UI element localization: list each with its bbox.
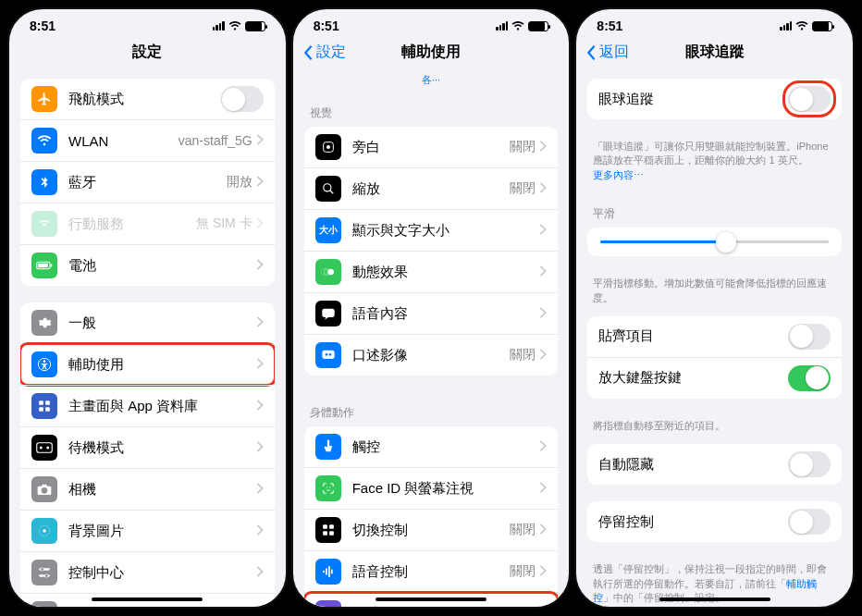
- back-label: 返回: [599, 43, 629, 62]
- row-label: 旁白: [352, 139, 511, 156]
- row-switch-control[interactable]: 切換控制 關閉: [304, 509, 559, 550]
- row-value: 關閉: [510, 563, 536, 580]
- row-wallpaper[interactable]: 背景圖片: [20, 510, 275, 551]
- chevron-icon: [539, 522, 547, 538]
- row-dwell[interactable]: 停留控制: [587, 501, 842, 542]
- chevron-icon: [539, 347, 547, 363]
- row-bluetooth[interactable]: 藍牙 開放: [20, 161, 275, 203]
- snap-toggle[interactable]: [788, 324, 831, 350]
- standby-icon: [31, 435, 57, 461]
- keyboard-zoom-toggle[interactable]: [788, 365, 831, 391]
- row-airplane[interactable]: 飛航模式: [20, 79, 275, 119]
- row-audiodesc[interactable]: 口述影像 關閉: [304, 334, 559, 376]
- chevron-icon: [256, 398, 264, 414]
- row-faceid[interactable]: Face ID 與螢幕注視: [304, 467, 559, 509]
- chevron-icon: [539, 563, 547, 580]
- wallpaper-icon: [31, 518, 57, 544]
- svg-point-10: [40, 447, 43, 450]
- row-value: 關閉: [510, 522, 536, 538]
- chevron-icon: [256, 606, 264, 607]
- row-label: 背景圖片: [68, 523, 256, 540]
- home-indicator[interactable]: [376, 598, 486, 601]
- row-zoom[interactable]: 縮放 關閉: [304, 167, 559, 209]
- eye-tracking-toggle[interactable]: [788, 86, 831, 112]
- nav-bar: 返回 眼球追蹤: [576, 37, 853, 71]
- svg-point-32: [326, 487, 326, 487]
- smooth-slider[interactable]: [587, 228, 842, 256]
- row-control-center[interactable]: 控制中心: [20, 551, 275, 593]
- row-voiceover[interactable]: 旁白 關閉: [304, 127, 559, 167]
- overflow-label[interactable]: 各···: [293, 71, 570, 92]
- settings-content[interactable]: 飛航模式 WLAN van-staff_5G 藍牙 開放 行動服務 無 SIM …: [9, 71, 286, 607]
- airplane-toggle[interactable]: [221, 86, 264, 112]
- row-textsize[interactable]: 大小 顯示與文字大小: [304, 209, 559, 251]
- signal-icon: [496, 21, 508, 31]
- chevron-icon: [256, 174, 264, 191]
- row-value: 關閉: [510, 605, 536, 607]
- row-snap[interactable]: 貼齊項目: [587, 316, 842, 357]
- status-time: 8:51: [597, 18, 622, 33]
- row-battery[interactable]: 電池: [20, 244, 275, 286]
- autohide-toggle[interactable]: [788, 451, 831, 477]
- nav-bar: 設定 輔助使用: [293, 37, 570, 71]
- row-value: 開放: [227, 174, 252, 191]
- wifi-box-icon: [31, 128, 57, 154]
- row-autohide[interactable]: 自動隱藏: [587, 444, 842, 485]
- row-eye-tracking-toggle[interactable]: 眼球追蹤: [587, 79, 842, 119]
- row-speech[interactable]: 語音內容: [304, 292, 559, 334]
- row-general[interactable]: 一般: [20, 302, 275, 343]
- zoom-icon: [315, 176, 341, 202]
- chevron-icon: [256, 356, 264, 373]
- svg-rect-41: [331, 570, 333, 574]
- row-cellular[interactable]: 行動服務 無 SIM 卡: [20, 203, 275, 244]
- settings-group-network: 飛航模式 WLAN van-staff_5G 藍牙 開放 行動服務 無 SIM …: [20, 79, 275, 286]
- home-indicator[interactable]: [659, 598, 770, 601]
- row-wlan[interactable]: WLAN van-staff_5G: [20, 119, 275, 161]
- row-label: 自動隱藏: [598, 456, 788, 474]
- row-camera[interactable]: 相機: [20, 468, 275, 510]
- row-motion[interactable]: 動態效果: [304, 251, 559, 292]
- battery-icon: [812, 21, 832, 31]
- more-link[interactable]: 更多內容⋯: [593, 169, 644, 180]
- row-label: Face ID 與螢幕注視: [352, 480, 540, 498]
- chevron-icon: [539, 222, 547, 239]
- audiodesc-icon: [315, 342, 341, 368]
- row-standby[interactable]: 待機模式: [20, 426, 275, 468]
- row-touch[interactable]: 觸控: [304, 426, 559, 467]
- bluetooth-icon: [31, 169, 57, 195]
- row-label: 主畫面與 App 資料庫: [68, 398, 256, 415]
- svg-rect-2: [38, 264, 48, 268]
- voice-icon: [315, 559, 341, 585]
- footer-text: 「眼球追蹤」可讓你只用雙眼就能控制裝置。iPhone 應該放在平穩表面上，距離你…: [576, 136, 853, 193]
- svg-rect-37: [329, 531, 334, 536]
- home-icon: [31, 393, 57, 419]
- dwell-toggle[interactable]: [788, 509, 831, 535]
- accessibility-content[interactable]: 各··· 視覺 旁白 關閉 縮放 關閉 大小 顯示與文字大小 動: [293, 71, 570, 607]
- svg-rect-5: [39, 400, 43, 405]
- back-button[interactable]: 設定: [302, 43, 346, 62]
- svg-point-4: [43, 360, 46, 363]
- row-keyboard-zoom[interactable]: 放大鍵盤按鍵: [587, 357, 842, 399]
- row-label: 輔助使用: [68, 356, 256, 374]
- eye-tracking-content[interactable]: 眼球追蹤 「眼球追蹤」可讓你只用雙眼就能控制裝置。iPhone 應該放在平穩表面…: [576, 71, 853, 607]
- chevron-icon: [256, 564, 264, 581]
- accessibility-screen: 8:51 設定 輔助使用 各··· 視覺 旁白 關閉 縮放 關閉: [291, 7, 572, 609]
- svg-rect-39: [326, 569, 327, 575]
- back-button[interactable]: 返回: [585, 43, 629, 62]
- chevron-icon: [256, 314, 264, 331]
- row-accessibility[interactable]: 輔助使用: [20, 343, 275, 385]
- home-indicator[interactable]: [92, 598, 203, 601]
- row-voice-control[interactable]: 語音控制 關閉: [304, 550, 559, 592]
- airplane-icon: [31, 86, 57, 112]
- row-label: 電池: [68, 257, 256, 275]
- group-main-toggle: 眼球追蹤: [587, 79, 842, 119]
- svg-point-17: [45, 574, 49, 578]
- faceid-icon: [315, 475, 341, 501]
- settings-group-general: 一般 輔助使用 主畫面與 App 資料庫 待機模式 相機: [20, 302, 275, 607]
- svg-rect-38: [323, 571, 325, 573]
- group-snap: 貼齊項目 放大鍵盤按鍵: [587, 316, 842, 399]
- speech-icon: [315, 301, 341, 326]
- chevron-icon: [539, 605, 547, 607]
- row-homescreen[interactable]: 主畫面與 App 資料庫: [20, 385, 275, 426]
- wifi-icon: [795, 19, 808, 32]
